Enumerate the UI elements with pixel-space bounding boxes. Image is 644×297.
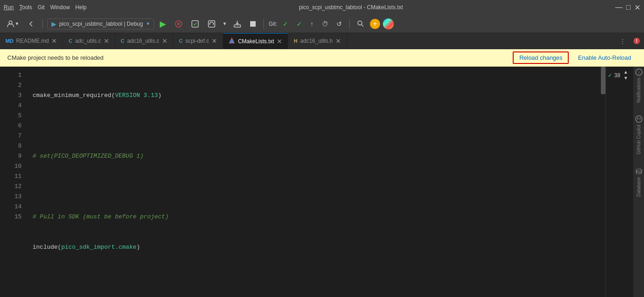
tab-icon-readme: MD <box>6 38 13 44</box>
tab-icon-h: H <box>294 38 297 44</box>
code-line-7 <box>33 273 599 283</box>
separator-1 <box>42 19 43 29</box>
line-number: 15 <box>0 212 22 222</box>
right-vertical-panel: ! Notifications GitHub Copilot Database <box>633 67 644 297</box>
git-check-1[interactable]: ✓ <box>280 18 291 29</box>
svg-point-16 <box>636 169 642 171</box>
next-error-button[interactable]: ▼ <box>622 75 629 81</box>
tab-adc16-utils-c[interactable]: C adc16_utils.c ✕ <box>115 33 174 49</box>
tab-icon-adc-c: C <box>68 38 72 44</box>
run-config-arrow: ▼ <box>146 21 150 26</box>
svg-marker-7 <box>229 38 235 43</box>
reload-changes-button[interactable]: Reload changes <box>513 51 569 64</box>
svg-point-15 <box>639 118 641 120</box>
notifications-tab-button[interactable]: ! <box>629 33 644 49</box>
separator-3 <box>349 19 350 29</box>
git-label: Git: <box>269 21 277 27</box>
enable-auto-reload-button[interactable]: Enable Auto-Reload <box>572 52 637 63</box>
profile-button[interactable]: ▼ <box>4 18 22 30</box>
dropdown-build[interactable]: ▼ <box>221 21 228 26</box>
build-button[interactable] <box>188 18 202 30</box>
tabs-overflow[interactable]: ⋮ <box>616 33 629 49</box>
close-button[interactable]: ✕ <box>634 3 640 12</box>
rebuild-button[interactable] <box>205 18 218 30</box>
database-panel-button[interactable]: Database <box>635 168 643 197</box>
line-number: 3 <box>0 91 22 101</box>
notifications-panel-button[interactable]: ! Notifications <box>635 69 643 103</box>
menu-git[interactable]: Git <box>38 4 45 11</box>
prev-error-button[interactable]: ▲ <box>622 69 629 75</box>
back-button[interactable] <box>25 18 38 29</box>
editor-area: 1 2 3 4 5 6 7 8 9 10 11 12 13 14 15 cmak… <box>0 67 644 297</box>
tab-close-h[interactable]: ✕ <box>336 37 341 45</box>
line-number: 2 <box>0 80 22 91</box>
run-button[interactable]: ▶ <box>157 17 169 31</box>
notifications-label: Notifications <box>636 78 641 103</box>
title-bar: Run Tools Git Window Help pico_scpi_usbt… <box>0 0 644 15</box>
window-controls: — □ ✕ <box>615 3 640 12</box>
line-number: 5 <box>0 111 22 121</box>
scrollbar-thumb[interactable] <box>601 67 605 94</box>
code-line-3: # set(PICO_DEOPTIMIZED_DEBUG 1) <box>33 151 599 161</box>
menu-run[interactable]: Run <box>4 4 14 11</box>
menu-tools[interactable]: Tools <box>19 4 32 11</box>
search-button[interactable] <box>354 18 367 29</box>
line-number: 11 <box>0 171 22 182</box>
svg-point-6 <box>358 21 362 25</box>
maximize-button[interactable]: □ <box>626 3 631 11</box>
add-button[interactable]: + <box>370 19 380 29</box>
tab-label-scpi-c: scpi-def.c <box>185 38 209 44</box>
separator-2 <box>263 19 264 29</box>
scrollbar-track <box>601 67 605 297</box>
svg-rect-4 <box>234 25 241 27</box>
tab-icon-adc16-c: C <box>121 38 124 44</box>
git-history[interactable]: ⏱ <box>319 18 331 29</box>
window-title: pico_scpi_usbtmc_labtool - CMakeLists.tx… <box>299 4 403 11</box>
tab-close-adc-c[interactable]: ✕ <box>104 37 109 45</box>
debug-button[interactable] <box>172 18 185 30</box>
svg-point-13 <box>636 116 642 122</box>
line-numbers: 1 2 3 4 5 6 7 8 9 10 11 12 13 14 15 <box>0 67 25 297</box>
menu-window[interactable]: Window <box>50 4 70 11</box>
code-editor[interactable]: cmake_minimum_required(VERSION 3.13) # s… <box>25 67 599 297</box>
navigation-arrows: ▲ ▼ <box>622 69 629 81</box>
tab-close-readme[interactable]: ✕ <box>51 37 57 45</box>
scrollbar[interactable] <box>599 67 605 297</box>
tab-cmake-lists[interactable]: CMakeLists.txt ✕ <box>223 33 288 49</box>
git-check-2[interactable]: ✓ <box>294 18 305 29</box>
github-copilot-label: GitHub Copilot <box>636 125 641 154</box>
avatar-button[interactable] <box>383 18 394 29</box>
toolbar: ▼ ▶ pico_scpi_usbtmc_labtool | Debug ▼ ▶… <box>0 15 644 33</box>
line-number: 4 <box>0 101 22 111</box>
line-number: 14 <box>0 202 22 212</box>
code-line-2 <box>33 121 599 131</box>
tab-icon-cmake <box>229 37 235 45</box>
error-count-area: ✓ 38 ▲ ▼ <box>608 69 629 81</box>
svg-rect-5 <box>250 21 256 27</box>
svg-rect-3 <box>208 21 215 27</box>
database-label: Database <box>636 177 641 197</box>
github-copilot-panel-button[interactable]: GitHub Copilot <box>635 115 643 154</box>
tab-adc-utils-c[interactable]: C adc_utils.c ✕ <box>63 33 115 49</box>
checkmark-icon: ✓ <box>608 72 612 79</box>
deploy-button[interactable] <box>230 18 244 30</box>
git-push[interactable]: ↑ <box>308 18 316 29</box>
line-number: 10 <box>0 161 22 171</box>
menu-bar: Run Tools Git Window Help <box>4 4 87 11</box>
svg-text:!: ! <box>638 70 639 75</box>
tab-close-scpi-c[interactable]: ✕ <box>212 37 217 45</box>
tab-scpi-def-c[interactable]: C scpi-def.c ✕ <box>174 33 223 49</box>
stop-button[interactable] <box>247 19 259 29</box>
tab-adc16-utils-h[interactable]: H adc16_utils.h ✕ <box>288 33 347 49</box>
tab-close-cmake[interactable]: ✕ <box>277 38 282 45</box>
git-revert[interactable]: ↺ <box>334 18 345 29</box>
line-number: 7 <box>0 131 22 141</box>
run-config-dropdown[interactable]: ▶ pico_scpi_usbtmc_labtool | Debug ▼ <box>47 18 154 29</box>
notification-banner: CMake project needs to be reloaded Reloa… <box>0 49 644 67</box>
menu-help[interactable]: Help <box>75 4 87 11</box>
tab-readme[interactable]: MD README.md ✕ <box>0 33 63 49</box>
code-line-1: cmake_minimum_required(VERSION 3.13) <box>33 91 599 101</box>
tab-label-adc-c: adc_utils.c <box>75 38 101 44</box>
tab-close-adc16-c[interactable]: ✕ <box>162 37 168 45</box>
minimize-button[interactable]: — <box>615 3 622 11</box>
